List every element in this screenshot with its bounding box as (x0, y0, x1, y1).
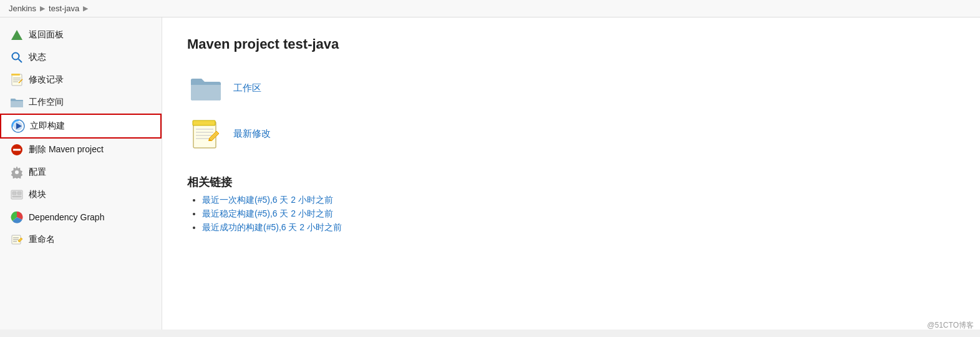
workspace-row: 工作区 (187, 71, 955, 105)
sidebar-item-changes[interactable]: 修改记录 (0, 69, 162, 91)
sidebar: 返回面板 状态 修改记录 (0, 17, 162, 330)
sidebar-label-changes: 修改记录 (29, 74, 64, 85)
sidebar-item-build-now[interactable]: 立即构建 (0, 114, 162, 139)
list-item: 最近一次构建(#5),6 天 2 小时之前 (202, 195, 955, 206)
breadcrumb-arrow-2: ▶ (83, 4, 88, 12)
magnifier-icon (10, 51, 24, 64)
sidebar-item-config[interactable]: 配置 (0, 161, 162, 183)
notepad-large-icon (187, 117, 225, 151)
sidebar-label-back: 返回面板 (29, 29, 64, 41)
related-links-list: 最近一次构建(#5),6 天 2 小时之前 最近稳定构建(#5),6 天 2 小… (187, 195, 955, 233)
no-icon (10, 143, 24, 157)
rename-icon (10, 233, 24, 247)
folder-large-icon (187, 71, 225, 105)
svg-rect-15 (12, 192, 16, 195)
related-link-2[interactable]: 最近稳定构建(#5),6 天 2 小时之前 (202, 208, 333, 218)
sidebar-label-delete: 删除 Maven project (29, 144, 104, 155)
svg-line-1 (19, 59, 22, 63)
gear-icon (10, 165, 24, 179)
sidebar-item-status[interactable]: 状态 (0, 46, 162, 69)
breadcrumb-jenkins[interactable]: Jenkins (9, 4, 36, 13)
related-link-3[interactable]: 最近成功的构建(#5),6 天 2 小时之前 (202, 222, 342, 232)
svg-rect-17 (12, 196, 21, 197)
sidebar-label-config: 配置 (29, 167, 46, 178)
sidebar-item-workspace[interactable]: 工作空间 (0, 91, 162, 114)
sidebar-label-modules: 模块 (29, 189, 46, 200)
sidebar-item-dep-graph[interactable]: Dependency Graph (0, 206, 162, 228)
sidebar-item-back[interactable]: 返回面板 (0, 24, 162, 46)
notepad-small-icon (10, 73, 24, 87)
breadcrumb-project[interactable]: test-java (49, 4, 79, 13)
sidebar-label-build-now: 立即构建 (30, 120, 65, 132)
page-title: Maven project test-java (187, 36, 955, 52)
changes-link[interactable]: 最新修改 (233, 128, 271, 140)
list-item: 最近稳定构建(#5),6 天 2 小时之前 (202, 208, 955, 220)
changes-row: 最新修改 (187, 117, 955, 151)
list-item: 最近成功的构建(#5),6 天 2 小时之前 (202, 222, 955, 233)
main-layout: 返回面板 状态 修改记录 (0, 17, 980, 330)
up-arrow-icon (10, 28, 24, 42)
svg-point-0 (12, 53, 19, 60)
svg-rect-16 (17, 192, 21, 195)
sidebar-item-rename[interactable]: 重命名 (0, 228, 162, 251)
svg-rect-3 (11, 74, 20, 76)
svg-rect-24 (193, 120, 215, 125)
main-content: Maven project test-java 工作区 (162, 17, 980, 330)
related-link-1[interactable]: 最近一次构建(#5),6 天 2 小时之前 (202, 195, 333, 205)
module-icon (10, 188, 24, 202)
workspace-link[interactable]: 工作区 (233, 82, 261, 94)
sidebar-item-modules[interactable]: 模块 (0, 183, 162, 206)
content-section: 工作区 最新修改 (187, 71, 955, 236)
sidebar-label-rename: 重命名 (29, 234, 55, 245)
related-heading: 相关链接 (187, 175, 955, 190)
svg-point-13 (15, 170, 19, 174)
sidebar-item-delete[interactable]: 删除 Maven project (0, 139, 162, 161)
sidebar-label-status: 状态 (29, 52, 46, 63)
breadcrumb-arrow-1: ▶ (40, 4, 45, 12)
sidebar-label-workspace: 工作空间 (29, 97, 64, 108)
folder-small-icon (10, 95, 24, 109)
breadcrumb: Jenkins ▶ test-java ▶ (0, 0, 980, 17)
watermark: @51CTO博客 (927, 320, 974, 331)
related-links-section: 相关链接 最近一次构建(#5),6 天 2 小时之前 最近稳定构建(#5),6 … (187, 162, 955, 236)
build-icon (11, 119, 25, 133)
pie-chart-icon (10, 210, 24, 224)
sidebar-label-dep-graph: Dependency Graph (29, 212, 104, 222)
